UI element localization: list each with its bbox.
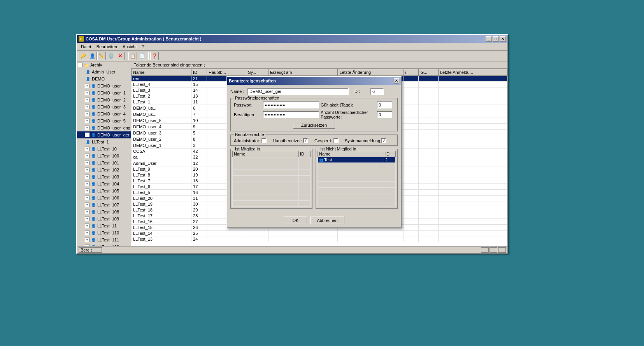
tree-item-lltest-11[interactable]: + 👤 LLTest_11 [77, 222, 131, 229]
haupt-checkbox[interactable] [303, 138, 308, 143]
name-input[interactable] [247, 88, 349, 95]
table-row[interactable]: LLTest_13 24 [132, 236, 507, 242]
cell-anmeld [438, 236, 507, 242]
tree-item-label: DEMO_user_2 [97, 98, 126, 102]
tree-item-lltest-102[interactable]: + 👤 LLTest_102 [77, 166, 131, 173]
tree-expand[interactable]: + [85, 196, 89, 200]
menu-bearbeiten[interactable]: Bearbeiten [94, 44, 119, 50]
cell-g [419, 154, 438, 160]
tree-item-demo-user-4[interactable]: + 👤 DEMO_user_4 [77, 110, 131, 117]
tree-expand[interactable]: + [85, 91, 89, 95]
cell-anmeld [438, 231, 507, 236]
tree-expand[interactable]: + [85, 203, 89, 207]
cell-name: DEMO_user_3 [132, 130, 191, 136]
reset-button[interactable]: Zurücksetzen [293, 122, 335, 129]
ok-button[interactable]: OK [284, 217, 307, 224]
tree-item-demo-user-ger[interactable]: + 👤 DEMO_user_ger [77, 131, 131, 138]
menu-datei[interactable]: Datei [79, 44, 93, 50]
tree-item-demo-user-eng[interactable]: + 👤 DEMO_user_eng [77, 124, 131, 131]
tree-item-admin-user[interactable]: 👤 Admin_User [77, 68, 131, 75]
toolbar-btn-export[interactable]: 📄 [138, 52, 146, 60]
tree-expand[interactable]: + [85, 119, 89, 123]
tree-item-lltest-106[interactable]: + 👤 LLTest_106 [77, 194, 131, 201]
tree-expand[interactable]: + [85, 147, 89, 151]
dialog-title-text: Benutzereigenschaften [229, 79, 276, 83]
tree-item-lltest-1[interactable]: 👤 LLTest_1 [77, 138, 131, 145]
tree-user-icon: 👤 [90, 209, 97, 215]
confirm-input[interactable] [263, 111, 319, 118]
tree-item-label: DEMO_user_5 [97, 119, 126, 123]
tree-root[interactable]: - 📁 Archiv [77, 61, 131, 68]
tree-item-lltest-108[interactable]: + 👤 LLTest_108 [77, 208, 131, 215]
cell-name: LLTest_17 [132, 213, 191, 219]
maximize-button[interactable]: □ [493, 36, 499, 42]
tree-expand[interactable]: + [85, 161, 89, 165]
tree-item-lltest-10[interactable]: + 👤 LLTest_10 [77, 145, 131, 152]
toolbar-btn-2[interactable]: 👤 [88, 52, 97, 60]
tree-expand[interactable]: + [85, 126, 89, 130]
dialog-close-button[interactable]: ✕ [394, 78, 399, 84]
tree-item-lltest-107[interactable]: + 👤 LLTest_107 [77, 201, 131, 208]
minimize-button[interactable]: _ [486, 36, 492, 42]
password-input[interactable] [263, 101, 319, 108]
tree-expand[interactable]: + [85, 84, 89, 88]
tree-item-label: LLTest_104 [97, 182, 119, 186]
toolbar-btn-x[interactable]: ✕ [116, 52, 125, 60]
tree-expand[interactable]: + [85, 189, 89, 193]
cell-g [419, 130, 438, 136]
tree-expand[interactable]: + [85, 182, 89, 186]
tree-expand-root[interactable]: - [78, 63, 82, 67]
tree-expand[interactable]: + [85, 175, 89, 179]
nonmember-row[interactable]: 👥 Test 2 [318, 157, 396, 163]
toolbar-btn-delete[interactable]: 🗑️ [107, 52, 115, 60]
admin-checkbox[interactable] [261, 138, 267, 143]
tree-item-demo-user-5[interactable]: + 👤 DEMO_user_5 [77, 117, 131, 124]
tree-item-demo-user-1[interactable]: + 👤 DEMO_user_1 [77, 89, 131, 96]
tree-item-lltest-100[interactable]: + 👤 LLTest_100 [77, 152, 131, 159]
tree-item-lltest-105[interactable]: + 👤 LLTest_105 [77, 187, 131, 194]
tree-item-demo[interactable]: 👤 DEMO [77, 75, 131, 82]
toolbar-btn-3[interactable]: ✏️ [97, 52, 106, 60]
tree-item-lltest-103[interactable]: + 👤 LLTest_103 [77, 173, 131, 180]
toolbar-btn-print[interactable]: 📋 [128, 52, 137, 60]
member-in-empty-row[interactable] [233, 157, 299, 163]
tree-expand[interactable]: + [85, 217, 89, 221]
tree-item-demo-user-2[interactable]: + 👤 DEMO_user_2 [77, 96, 131, 103]
pw-label: Passwort [234, 103, 261, 107]
cell-g [419, 236, 438, 242]
toolbar-btn-help[interactable]: ❓ [150, 52, 159, 60]
tree-expand[interactable]: + [85, 238, 89, 242]
cell-id: 10 [191, 117, 207, 124]
tree-expand[interactable]: + [85, 133, 89, 137]
tree-expand[interactable]: + [85, 231, 89, 235]
cell-g [419, 166, 438, 172]
tree-item-label: LLTest_1 [92, 140, 109, 144]
menu-ansicht[interactable]: Ansicht [120, 44, 139, 50]
menu-help[interactable]: ? [140, 44, 147, 50]
tree-item-demo-user-3[interactable]: + 👤 DEMO_user_3 [77, 103, 131, 110]
tree-expand[interactable]: + [85, 105, 89, 109]
tree-item-lltest-104[interactable]: + 👤 LLTest_104 [77, 180, 131, 187]
cancel-button[interactable]: Abbrechen [310, 217, 344, 224]
tree-expand[interactable]: + [85, 154, 89, 158]
id-input[interactable] [370, 88, 384, 95]
tree-item-demo-user[interactable]: + 👤 DEMO_user [77, 82, 131, 89]
tree-expand[interactable]: + [85, 168, 89, 172]
tree-expand[interactable]: + [85, 210, 89, 214]
tree-expand[interactable]: + [85, 112, 89, 116]
tree-expand[interactable]: + [85, 98, 89, 102]
validity-input[interactable] [377, 101, 392, 108]
tree-item-label: LLTest_108 [97, 210, 119, 214]
tree-item-lltest-111[interactable]: + 👤 LLTest_111 [77, 236, 131, 243]
toolbar-btn-1[interactable]: 🔑 [79, 52, 87, 60]
tree-root-label: Archiv [90, 63, 102, 67]
tree-item-lltest-110[interactable]: + 👤 LLTest_110 [77, 229, 131, 236]
tree-item-lltest-101[interactable]: + 👤 LLTest_101 [77, 159, 131, 166]
tree-item-lltest-109[interactable]: + 👤 LLTest_109 [77, 215, 131, 222]
tree-expand[interactable]: + [85, 224, 89, 228]
gesperrt-checkbox[interactable] [333, 138, 339, 143]
diff-count-input[interactable] [377, 111, 392, 118]
system-checkbox[interactable] [381, 138, 386, 143]
close-button[interactable]: ✕ [500, 36, 506, 42]
table-row[interactable]: LLTest_14 25 [132, 231, 507, 236]
